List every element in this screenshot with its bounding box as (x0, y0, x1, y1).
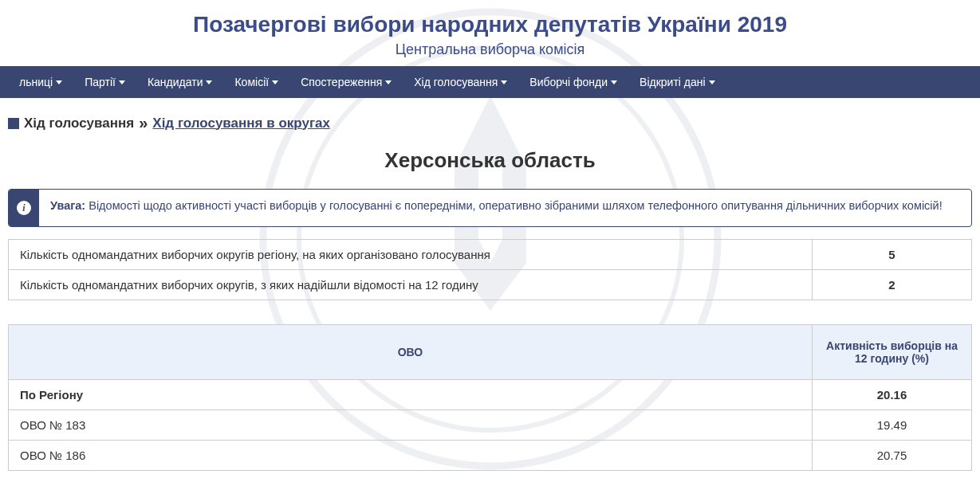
table-row: ОВО № 18620.75 (9, 441, 972, 471)
chevron-down-icon (56, 80, 62, 84)
nav-item-3[interactable]: Комісії (223, 66, 289, 98)
stats-value: 5 (813, 240, 972, 270)
main-navbar: льниціПартіїКандидатиКомісіїСпостереженн… (0, 66, 980, 98)
ovo-link[interactable]: ОВО № 183 (9, 410, 813, 441)
total-value: 20.16 (813, 380, 972, 410)
alert-icon-wrap: i (9, 190, 39, 226)
stats-label: Кількість одномандатних виборчих округів… (9, 270, 813, 300)
nav-item-label: Комісії (234, 76, 269, 88)
breadcrumb-level1: Хід голосування (24, 116, 134, 131)
nav-item-label: Виборчі фонди (529, 76, 608, 88)
info-icon: i (17, 201, 31, 215)
nav-item-6[interactable]: Виборчі фонди (518, 66, 628, 98)
stats-table: Кількість одномандатних виборчих округів… (8, 239, 972, 300)
region-title: Херсонська область (8, 148, 972, 173)
alert-bold: Увага: (50, 199, 85, 212)
nav-item-7[interactable]: Відкриті дані (628, 66, 726, 98)
chevron-down-icon (709, 80, 715, 84)
stats-value: 2 (813, 270, 972, 300)
nav-item-2[interactable]: Кандидати (136, 66, 224, 98)
nav-item-label: льниці (19, 76, 53, 88)
nav-item-1[interactable]: Партії (73, 66, 136, 98)
page-header: Позачергові вибори народних депутатів Ук… (0, 0, 980, 66)
breadcrumb-level2-link[interactable]: Хід голосування в округах (152, 116, 330, 131)
col-header-activity: Активність виборців на 12 годину (%) (813, 325, 972, 380)
stats-row: Кількість одномандатних виборчих округів… (9, 270, 972, 300)
nav-item-label: Відкриті дані (640, 76, 706, 88)
col-header-ovo: ОВО (9, 325, 813, 380)
data-table: ОВО Активність виборців на 12 годину (%)… (8, 324, 972, 471)
table-row: ОВО № 18319.49 (9, 410, 972, 441)
page-subtitle: Центральна виборча комісія (0, 41, 980, 58)
info-alert: i Увага: Відомості щодо активності участ… (8, 189, 972, 227)
total-label: По Регіону (9, 380, 813, 410)
alert-text: Увага: Відомості щодо активності участі … (39, 190, 954, 221)
breadcrumb-marker-icon (8, 118, 19, 129)
nav-item-5[interactable]: Хід голосування (403, 66, 518, 98)
nav-item-label: Кандидати (148, 76, 203, 88)
alert-body: Відомості щодо активності участі виборці… (85, 199, 943, 212)
chevron-down-icon (272, 80, 278, 84)
chevron-down-icon (206, 80, 212, 84)
nav-item-4[interactable]: Спостереження (289, 66, 403, 98)
nav-item-label: Спостереження (301, 76, 382, 88)
total-row: По Регіону20.16 (9, 380, 972, 410)
chevron-down-icon (385, 80, 392, 84)
ovo-link[interactable]: ОВО № 186 (9, 441, 813, 471)
nav-item-label: Партії (85, 76, 116, 88)
stats-label: Кількість одномандатних виборчих округів… (9, 240, 813, 270)
nav-item-label: Хід голосування (414, 76, 498, 88)
chevron-down-icon (119, 80, 125, 84)
breadcrumb-separator: » (139, 114, 148, 132)
stats-row: Кількість одномандатних виборчих округів… (9, 240, 972, 270)
nav-item-0[interactable]: льниці (8, 66, 73, 98)
page-title: Позачергові вибори народних депутатів Ук… (0, 12, 980, 37)
breadcrumb: Хід голосування » Хід голосування в окру… (8, 114, 972, 132)
activity-value: 20.75 (813, 441, 972, 471)
chevron-down-icon (611, 80, 617, 84)
activity-value: 19.49 (813, 410, 972, 441)
chevron-down-icon (501, 80, 507, 84)
